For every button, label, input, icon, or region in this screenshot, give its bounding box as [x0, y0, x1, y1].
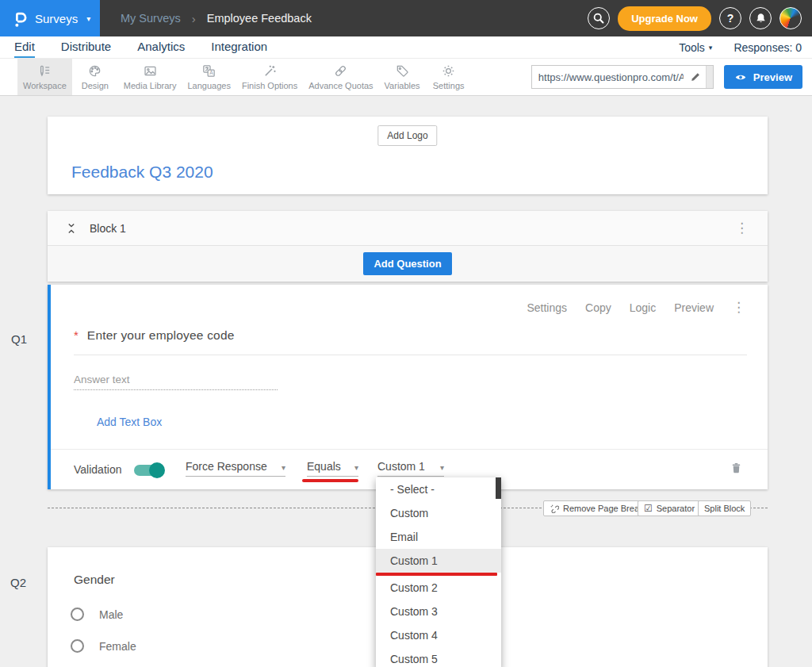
- radio-label: Male: [99, 608, 123, 621]
- tools-menu[interactable]: Tools ▾: [679, 41, 712, 54]
- toolbar-item-advance-quotas[interactable]: Advance Quotas: [303, 59, 378, 95]
- user-avatar[interactable]: [779, 7, 802, 29]
- remove-page-break-button[interactable]: Remove Page Break: [543, 500, 650, 516]
- nav-tabs: Edit Distribute Analytics Integration: [0, 36, 267, 58]
- tab-edit[interactable]: Edit: [14, 36, 35, 58]
- radio-button[interactable]: [71, 639, 84, 653]
- operator-select[interactable]: Equals ▾: [307, 460, 358, 477]
- collapse-icon: [65, 222, 78, 235]
- dropdown-option-email[interactable]: Email: [376, 525, 501, 549]
- q1-logic-link[interactable]: Logic: [630, 301, 656, 314]
- toolbar-right: Preview: [531, 59, 812, 95]
- radio-label: Female: [99, 640, 136, 653]
- palette-icon: [87, 63, 102, 79]
- toolbar-item-label: Finish Options: [242, 81, 297, 90]
- q1-preview-link[interactable]: Preview: [674, 301, 714, 314]
- block-menu-button[interactable]: ⋮: [735, 221, 749, 235]
- dropdown-option-custom-4[interactable]: Custom 4: [376, 623, 501, 647]
- dropdown-option-custom-1[interactable]: Custom 1: [376, 549, 501, 573]
- validation-type-dropdown: - Select - Custom Email Custom 1 Custom …: [376, 477, 501, 667]
- add-logo-button[interactable]: Add Logo: [377, 125, 437, 146]
- add-question-button[interactable]: Add Question: [363, 252, 451, 275]
- tag-icon: [395, 63, 410, 79]
- tab-distribute[interactable]: Distribute: [61, 36, 111, 58]
- chevron-down-icon: ▾: [86, 14, 90, 23]
- dropdown-option-select[interactable]: - Select -: [376, 477, 501, 501]
- validation-type-select[interactable]: Custom 1 ▾: [377, 460, 444, 477]
- editor-toolbar: Workspace Design Media Library A: [0, 59, 812, 96]
- brand-label: Surveys: [35, 12, 78, 25]
- q2-question-text[interactable]: Gender: [74, 573, 115, 587]
- validation-label: Validation: [74, 463, 121, 476]
- q2-option-female[interactable]: Female: [71, 639, 136, 653]
- q1-answer-input[interactable]: [74, 372, 278, 390]
- toolbar-item-label: Media Library: [124, 81, 177, 90]
- bell-icon: [754, 12, 768, 25]
- survey-title[interactable]: Feedback Q3 2020: [71, 163, 213, 182]
- block-header: Block 1 ⋮: [48, 211, 768, 246]
- remove-page-break-label: Remove Page Break: [563, 504, 644, 513]
- upgrade-now-button[interactable]: Upgrade Now: [618, 6, 711, 31]
- separator-button[interactable]: ☑ Separator: [638, 500, 701, 516]
- questionpro-logo: [12, 9, 28, 29]
- tab-analytics[interactable]: Analytics: [137, 36, 185, 58]
- toolbar-item-label: Settings: [433, 81, 465, 90]
- dropdown-option-custom-3[interactable]: Custom 3: [376, 600, 501, 623]
- collapse-block-button[interactable]: [65, 222, 78, 235]
- toolbar-item-label: Languages: [187, 81, 230, 90]
- dropdown-option-custom-2[interactable]: Custom 2: [376, 576, 501, 600]
- question-mark-icon: ?: [727, 12, 734, 25]
- toolbar-item-design[interactable]: Design: [72, 59, 118, 95]
- q1-settings-link[interactable]: Settings: [527, 301, 567, 314]
- toolbar-item-languages[interactable]: A Languages: [182, 59, 236, 95]
- notifications-button[interactable]: [749, 7, 772, 29]
- breadcrumb-current-survey: Employee Feedback: [207, 12, 312, 25]
- dropdown-option-custom[interactable]: Custom: [376, 501, 501, 525]
- survey-url-input[interactable]: [532, 71, 685, 83]
- q2-option-male[interactable]: Male: [71, 608, 123, 621]
- search-icon: [592, 11, 606, 25]
- toolbar-item-workspace[interactable]: Workspace: [17, 59, 72, 95]
- toolbar-item-finish-options[interactable]: Finish Options: [236, 59, 303, 95]
- chevron-down-icon: ▾: [282, 463, 285, 472]
- add-text-box-link[interactable]: Add Text Box: [97, 416, 162, 428]
- toolbar-item-media-library[interactable]: Media Library: [118, 59, 182, 95]
- validation-toggle[interactable]: [134, 465, 163, 476]
- product-switcher[interactable]: Surveys ▾: [0, 0, 100, 36]
- preview-label: Preview: [753, 71, 792, 83]
- survey-url-box: [531, 65, 714, 89]
- gear-icon: [441, 63, 456, 79]
- help-button[interactable]: ?: [719, 7, 741, 29]
- survey-editor-screen: Surveys ▾ My Surveys › Employee Feedback…: [0, 0, 812, 667]
- breadcrumb-separator-icon: ›: [192, 12, 196, 25]
- tab-integration[interactable]: Integration: [211, 36, 267, 58]
- section-nav: Edit Distribute Analytics Integration To…: [0, 36, 812, 59]
- delete-validation-button[interactable]: [730, 461, 743, 478]
- q2-gutter-label: Q2: [10, 576, 26, 589]
- chain-icon: [333, 63, 348, 79]
- operator-value: Equals: [307, 460, 341, 473]
- unlink-icon: [550, 504, 559, 513]
- q1-menu-button[interactable]: ⋮: [732, 301, 745, 314]
- toolbar-item-variables[interactable]: Variables: [379, 59, 426, 95]
- preview-button[interactable]: Preview: [724, 65, 802, 89]
- responses-count: Responses: 0: [733, 41, 802, 54]
- split-block-button[interactable]: Split Block: [698, 500, 751, 516]
- toolbar-item-settings[interactable]: Settings: [426, 59, 472, 95]
- search-button[interactable]: [588, 7, 610, 29]
- block-title[interactable]: Block 1: [90, 222, 126, 235]
- dropdown-option-custom-5[interactable]: Custom 5: [376, 647, 501, 667]
- survey-header-card: Add Logo Feedback Q3 2020: [48, 117, 768, 194]
- q1-question-text[interactable]: Enter your employee code: [87, 328, 235, 343]
- q1-copy-link[interactable]: Copy: [585, 301, 611, 314]
- q1-question-card: Settings Copy Logic Preview ⋮ * Enter yo…: [48, 285, 768, 489]
- split-block-label: Split Block: [704, 504, 745, 513]
- dropdown-scrollbar-thumb[interactable]: [496, 477, 501, 499]
- breadcrumb-my-surveys[interactable]: My Surveys: [121, 12, 181, 25]
- topbar-actions: Upgrade Now ?: [588, 6, 812, 31]
- force-response-select[interactable]: Force Response ▾: [186, 460, 285, 477]
- operator-highlight-underline: [302, 479, 358, 482]
- edit-url-button[interactable]: [685, 66, 706, 88]
- radio-button[interactable]: [71, 608, 84, 621]
- required-asterisk: *: [74, 328, 79, 342]
